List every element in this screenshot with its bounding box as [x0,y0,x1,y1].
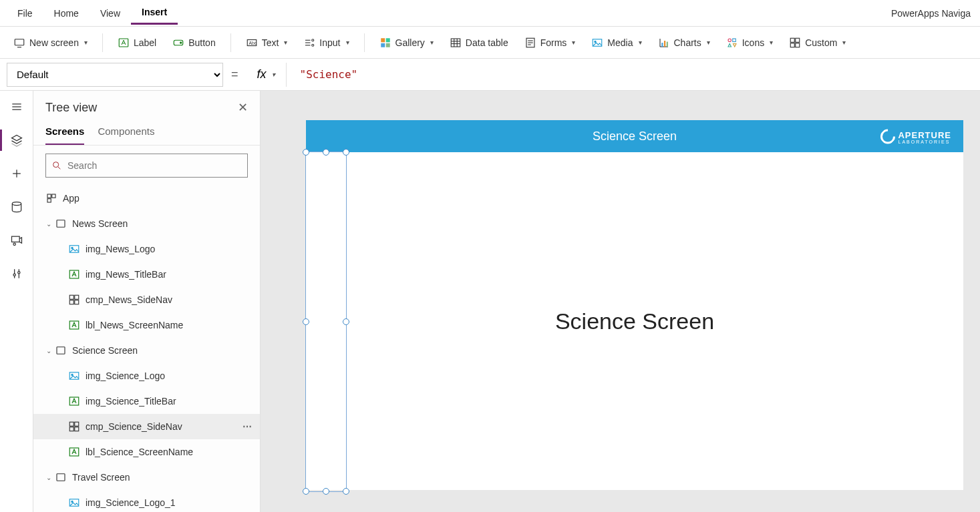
tree-node-img-news-logo[interactable]: img_News_Logo [33,236,260,262]
text-label: Text [262,37,279,48]
custom-icon [789,37,801,49]
icons-label: Icons [742,37,764,48]
button-icon [172,37,184,49]
menu-file[interactable]: File [7,3,43,24]
image-icon [68,243,80,255]
rail-data[interactable] [9,199,25,215]
svg-rect-62 [57,347,65,354]
svg-point-64 [71,374,73,375]
logo-text: APERTURE [898,130,951,140]
expand-icon[interactable]: ⌄ [43,220,55,228]
tree-node-travel-screen[interactable]: ⌄Travel Screen [33,465,260,490]
canvas-area[interactable]: Science Screen APERTURE LABORATORIES New… [261,91,980,512]
expand-icon[interactable]: ⌄ [43,474,55,481]
component-icon [68,421,80,433]
chevron-down-icon: ▾ [284,39,287,46]
app-title: PowerApps Naviga [891,8,973,19]
chevron-down-icon: ▾ [84,39,88,46]
tree-node-app[interactable]: App [33,186,260,211]
svg-rect-36 [790,43,794,47]
svg-rect-37 [796,43,800,47]
custom-button[interactable]: Custom▾ [782,33,852,53]
search-input[interactable] [67,160,242,171]
titlebar-logo: APERTURE LABORATORIES [880,129,951,144]
charts-button[interactable]: Charts▾ [651,33,717,53]
tab-components[interactable]: Components [98,125,154,145]
svg-point-26 [595,41,596,42]
property-dropdown[interactable]: Default [7,63,223,87]
svg-rect-66 [69,422,73,426]
aperture-icon [878,125,899,146]
screen-frame: Science Screen APERTURE LABORATORIES New… [306,120,963,490]
svg-text:Abc: Abc [249,41,257,45]
expand-icon[interactable]: ⌄ [43,347,55,354]
gallery-button[interactable]: Gallery▾ [373,33,440,53]
input-label: Input [319,37,340,48]
tree-node-science-screen[interactable]: ⌄Science Screen [33,338,260,363]
formula-input[interactable]: "Science" [295,63,973,87]
component-icon [68,294,80,306]
tree-node-img-science-logo[interactable]: img_Science_Logo [33,363,260,389]
tree-node-lbl-news-screenname[interactable]: lbl_News_ScreenName [33,312,260,338]
screen-icon [55,218,67,230]
tree-node-cmp-science-sidenav[interactable]: cmp_Science_SideNav⋯ [33,414,260,439]
svg-rect-57 [69,295,73,299]
menu-insert[interactable]: Insert [131,1,178,25]
svg-point-46 [13,274,15,276]
media-label: Media [607,37,633,48]
ribbon-insert: New screen▾ Label Button Abc Text▾ Input… [0,27,980,59]
tree-node-label: cmp_Science_SideNav [86,421,182,432]
fx-button[interactable]: fx▾ [247,63,287,87]
media-button[interactable]: Media▾ [585,33,648,53]
button-button[interactable]: Button [166,33,222,53]
input-button[interactable]: Input▾ [297,33,355,53]
forms-button[interactable]: Forms▾ [518,33,583,53]
close-panel-button[interactable]: ✕ [238,100,248,115]
rail-advanced[interactable] [9,266,25,282]
tree-node-label: img_News_Logo [86,244,155,254]
rail-tree-view[interactable] [9,132,25,148]
gallery-icon [379,37,391,49]
text-button[interactable]: Abc Text▾ [239,33,295,53]
rail-media[interactable] [9,232,25,248]
workspace: Tree view ✕ Screens Components App⌄News … [0,91,980,512]
search-icon [51,160,62,171]
rail-hamburger[interactable] [9,99,25,115]
tree-node-img-science-logo-1[interactable]: img_Science_Logo_1 [33,490,260,512]
icons-button[interactable]: Icons▾ [719,33,780,53]
svg-rect-14 [381,43,385,47]
tree-node-news-screen[interactable]: ⌄News Screen [33,211,260,236]
rail-insert[interactable] [9,166,25,182]
tree-node-label: Travel Screen [72,472,130,483]
logo-subtext: LABORATORIES [898,140,951,144]
menu-home[interactable]: Home [43,3,90,24]
image-icon [68,370,80,382]
plus-icon [10,167,23,180]
data-table-icon [450,37,462,49]
svg-rect-68 [69,427,73,431]
svg-rect-12 [381,38,385,42]
svg-rect-44 [11,236,19,242]
label-button[interactable]: Label [111,33,163,53]
more-options-button[interactable]: ⋯ [242,421,253,432]
chevron-down-icon: ▾ [572,39,575,46]
separator [364,33,365,52]
tree-view-title: Tree view [45,101,97,115]
data-table-button[interactable]: Data table [443,33,515,53]
tree-node-img-science-titlebar[interactable]: img_Science_TitleBar [33,389,260,414]
svg-rect-50 [47,194,51,198]
search-box[interactable] [45,154,248,178]
tab-screens[interactable]: Screens [45,125,84,145]
menu-view[interactable]: View [90,3,131,24]
new-screen-button[interactable]: New screen▾ [7,33,94,53]
tree-body[interactable]: App⌄News Screenimg_News_Logoimg_News_Tit… [33,186,260,512]
screen-body: Science Screen [306,152,963,490]
tree-node-label: News Screen [72,218,128,229]
tree-node-cmp-news-sidenav[interactable]: cmp_News_SideNav [33,287,260,312]
tree-node-img-news-titlebar[interactable]: img_News_TitleBar [33,262,260,287]
svg-rect-30 [664,41,665,47]
media-icon [591,37,603,49]
button-text: Button [188,37,215,48]
tree-node-lbl-science-screenname[interactable]: lbl_Science_ScreenName [33,439,260,465]
svg-point-55 [71,247,73,248]
